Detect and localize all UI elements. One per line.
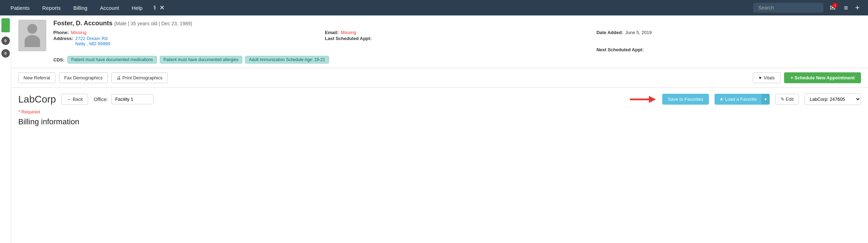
- vitals-button[interactable]: ♥ Vitals: [753, 72, 781, 83]
- labcorp-section: LabCorp ← Back Office: Save to Favorites…: [11, 88, 868, 132]
- next-appt-label: Next Scheduled Appt:: [597, 47, 644, 52]
- load-favorite-caret[interactable]: ▾: [762, 94, 770, 105]
- labcorp-select[interactable]: LabCorp: 247605: [804, 93, 861, 105]
- avatar-head: [27, 24, 37, 34]
- arrow-indicator: [629, 94, 657, 105]
- svg-marker-1: [649, 96, 656, 103]
- actions-row: New Referral Fax Demographics 🖨 Print De…: [11, 68, 868, 88]
- vitals-label: Vitals: [764, 75, 775, 80]
- address-value: 2722 Dream Rd Nelly , MD 99999: [75, 36, 110, 46]
- mail-count-badge: 1: [833, 3, 837, 8]
- office-label: Office:: [94, 97, 108, 102]
- print-demographics-label: Print Demographics: [123, 75, 163, 80]
- nav-patients[interactable]: Patients: [4, 0, 36, 15]
- phone-label: Phone:: [53, 30, 69, 35]
- cds-row: CDS: Patient must have documented medica…: [53, 56, 861, 64]
- office-input[interactable]: [111, 94, 153, 104]
- xmark-icon: ✕: [159, 4, 165, 12]
- edit-button[interactable]: ✎ Edit: [775, 94, 799, 105]
- save-to-favorites-button[interactable]: Save to Favorites: [662, 94, 709, 105]
- phone-row: Phone: Missing: [53, 30, 318, 35]
- labcorp-title: LabCorp: [18, 94, 56, 105]
- left-sidebar: 0 0: [0, 15, 11, 243]
- sidebar-circle-1[interactable]: 0: [1, 37, 10, 45]
- nav-account[interactable]: Account: [94, 0, 125, 15]
- patient-details-grid: Phone: Missing Email: Missing Date Added…: [53, 30, 861, 52]
- top-navigation: Patients Reports Billing Account Help ⚕ …: [0, 0, 868, 15]
- avatar-figure: [25, 24, 40, 47]
- back-button[interactable]: ← Back: [61, 94, 88, 105]
- sidebar-circle-2[interactable]: 0: [1, 49, 10, 58]
- phone-value: Missing: [71, 30, 86, 35]
- date-added-value: June 5, 2019: [625, 30, 652, 35]
- new-referral-button[interactable]: New Referral: [18, 72, 55, 83]
- schedule-appointment-button[interactable]: + Schedule New Appointment: [784, 72, 861, 83]
- billing-title: Billing information: [18, 117, 861, 126]
- patient-dob-info: (Male | 35 years old | Dec 23, 1989): [114, 21, 192, 26]
- search-input[interactable]: [753, 3, 823, 13]
- next-appt-row: Next Scheduled Appt:: [597, 47, 861, 52]
- cds-label: CDS:: [53, 57, 65, 63]
- office-row: Office:: [94, 94, 623, 104]
- fax-demographics-button[interactable]: Fax Demographics: [59, 72, 108, 83]
- cds-badge-medications[interactable]: Patient must have documented medications: [67, 56, 157, 64]
- patient-name-row: Foster, D. Accounts (Male | 35 years old…: [53, 20, 861, 27]
- nav-help[interactable]: Help: [125, 0, 149, 15]
- patient-header: Foster, D. Accounts (Male | 35 years old…: [11, 15, 868, 68]
- last-appt-row: Last Scheduled Appt:: [325, 36, 589, 46]
- heart-icon: ♥: [759, 75, 762, 80]
- address-line2: Nelly , MD 99999: [75, 41, 110, 46]
- load-a-favorite-button[interactable]: ★ Load a Favorite: [715, 94, 762, 105]
- address-label: Address:: [53, 36, 73, 41]
- red-arrow-icon: [629, 94, 657, 105]
- content-wrapper: 0 0 Foster, D. Accounts (Male | 35 years…: [0, 15, 868, 243]
- email-label: Email:: [325, 30, 338, 35]
- avatar-body: [25, 35, 40, 47]
- address-row: Address: 2722 Dream Rd Nelly , MD 99999: [53, 36, 318, 46]
- nav-reports[interactable]: Reports: [36, 0, 67, 15]
- hamburger-icon[interactable]: ≡: [842, 4, 850, 12]
- print-demographics-button[interactable]: 🖨 Print Demographics: [111, 72, 168, 83]
- plus-icon[interactable]: +: [854, 3, 861, 12]
- labcorp-header: LabCorp ← Back Office: Save to Favorites…: [18, 93, 861, 105]
- main-content: Foster, D. Accounts (Male | 35 years old…: [11, 15, 868, 243]
- patient-info: Foster, D. Accounts (Male | 35 years old…: [53, 20, 861, 64]
- app-logo: ⚕ ✕: [149, 4, 169, 12]
- patient-avatar: [18, 20, 46, 51]
- print-icon: 🖨: [117, 75, 121, 80]
- load-favorite-group: ★ Load a Favorite ▾: [715, 94, 770, 105]
- nav-right-controls: ✉ 1 ≡ +: [750, 2, 864, 13]
- last-appt-label: Last Scheduled Appt:: [325, 36, 371, 41]
- required-text: * Required: [18, 109, 861, 114]
- caduceus-icon: ⚕: [153, 4, 157, 12]
- cds-badge-immunization[interactable]: Adult Immunization Schedule Age: 19-21: [245, 56, 329, 64]
- email-value: Missing: [341, 30, 356, 35]
- date-added-label: Date Added:: [597, 30, 623, 35]
- date-added-row: Date Added: June 5, 2019: [597, 30, 861, 35]
- nav-billing[interactable]: Billing: [67, 0, 94, 15]
- cds-badge-allergies[interactable]: Patient must have documented allergies: [160, 56, 242, 64]
- patient-name: Foster, D. Accounts: [53, 20, 112, 27]
- email-row: Email: Missing: [325, 30, 589, 35]
- sidebar-green-button[interactable]: [1, 18, 10, 32]
- mail-badge[interactable]: ✉ 1: [827, 2, 838, 13]
- address-line1: 2722 Dream Rd: [75, 36, 107, 41]
